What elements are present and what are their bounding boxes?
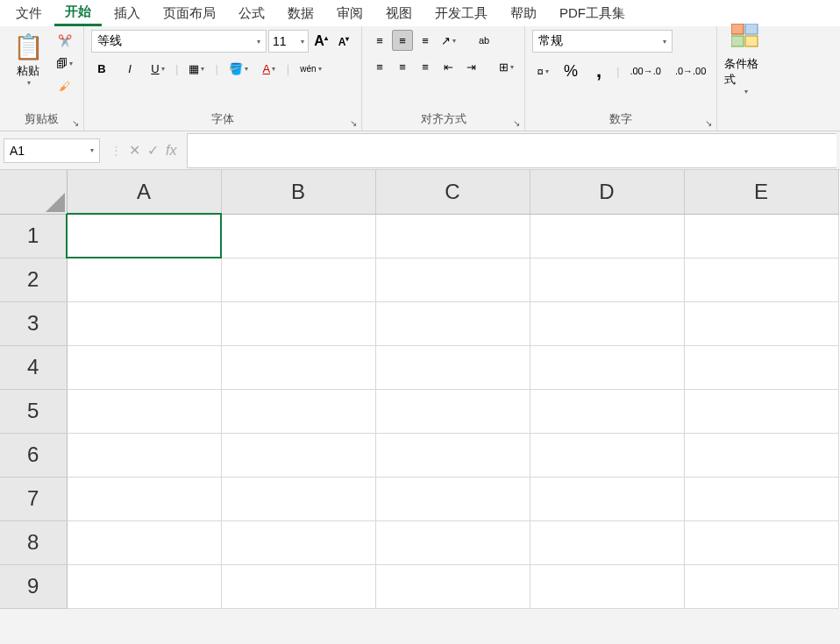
row-header[interactable]: 9	[0, 564, 67, 608]
col-header[interactable]: E	[684, 170, 838, 214]
cell[interactable]	[684, 345, 838, 389]
row-header[interactable]: 8	[0, 520, 67, 564]
cell[interactable]	[684, 389, 838, 433]
cell[interactable]	[530, 345, 684, 389]
formula-input[interactable]	[187, 133, 836, 168]
cell[interactable]	[530, 477, 684, 520]
tab-developer[interactable]: 开发工具	[424, 2, 498, 25]
cell[interactable]	[530, 258, 684, 301]
format-painter-button[interactable]: 🖌	[54, 75, 75, 96]
tab-file[interactable]: 文件	[5, 2, 53, 25]
cell[interactable]	[684, 433, 838, 477]
cell[interactable]	[375, 520, 530, 564]
comma-button[interactable]: ,	[588, 58, 609, 84]
merge-button[interactable]: ⊞▾	[495, 56, 517, 77]
indent-increase-button[interactable]: ⇥	[460, 56, 481, 77]
number-launcher[interactable]: ↘	[702, 117, 715, 129]
cell[interactable]	[67, 520, 221, 564]
cell[interactable]	[684, 214, 838, 258]
font-launcher[interactable]: ↘	[347, 117, 359, 129]
cell[interactable]	[684, 258, 838, 301]
tab-pdf[interactable]: PDF工具集	[549, 2, 636, 25]
cell[interactable]	[67, 433, 221, 477]
increase-decimal-button[interactable]: .00→.0	[626, 60, 664, 81]
cell[interactable]	[530, 301, 684, 345]
clipboard-launcher[interactable]: ↘	[69, 117, 82, 129]
copy-button[interactable]: 🗐▾	[53, 53, 76, 74]
align-left-button[interactable]: ≡	[369, 56, 390, 77]
bold-button[interactable]: B	[91, 58, 112, 79]
percent-button[interactable]: %	[560, 60, 581, 82]
cell[interactable]	[221, 564, 375, 608]
align-middle-button[interactable]: ≡	[392, 30, 413, 51]
align-top-button[interactable]: ≡	[369, 30, 390, 51]
align-right-button[interactable]: ≡	[415, 56, 436, 77]
paste-button[interactable]: 📋 粘贴 ▾	[7, 30, 49, 89]
underline-button[interactable]: U▾	[147, 58, 168, 79]
row-header[interactable]: 6	[0, 433, 67, 477]
alignment-launcher[interactable]: ↘	[510, 117, 523, 129]
cancel-button[interactable]: ✕	[129, 142, 140, 159]
tab-pagelayout[interactable]: 页面布局	[153, 2, 226, 25]
select-all-corner[interactable]	[0, 170, 67, 214]
tab-formulas[interactable]: 公式	[228, 2, 275, 25]
decrease-decimal-button[interactable]: .0→.00	[672, 60, 709, 81]
font-name-select[interactable]: 等线 ▾	[91, 30, 267, 53]
cell[interactable]	[67, 477, 221, 520]
confirm-button[interactable]: ✓	[147, 142, 159, 159]
name-box[interactable]: A1 ▾	[4, 138, 100, 163]
cell[interactable]	[684, 564, 838, 608]
orientation-button[interactable]: ↗▾	[438, 30, 459, 51]
border-button[interactable]: ▦▾	[185, 58, 208, 79]
cell[interactable]	[375, 477, 530, 520]
row-header[interactable]: 4	[0, 345, 67, 389]
cut-button[interactable]: ✂️	[54, 30, 75, 51]
tab-help[interactable]: 帮助	[500, 2, 547, 25]
cell[interactable]	[530, 564, 684, 608]
tab-insert[interactable]: 插入	[103, 2, 151, 25]
indent-decrease-button[interactable]: ⇤	[438, 56, 459, 77]
cell[interactable]	[375, 301, 530, 345]
row-header[interactable]: 7	[0, 477, 67, 520]
cell[interactable]	[221, 520, 375, 564]
col-header[interactable]: B	[221, 170, 375, 214]
shrink-font-button[interactable]: A▾	[333, 31, 354, 52]
col-header[interactable]: A	[67, 170, 221, 214]
cell[interactable]	[221, 433, 375, 477]
italic-button[interactable]: I	[119, 58, 140, 79]
cell[interactable]	[684, 301, 838, 345]
row-header[interactable]: 3	[0, 301, 67, 345]
row-header[interactable]: 5	[0, 389, 67, 433]
cell[interactable]	[221, 345, 375, 389]
cell[interactable]	[67, 301, 221, 345]
currency-button[interactable]: ¤▾	[532, 60, 553, 81]
cell[interactable]	[375, 258, 530, 301]
number-format-select[interactable]: 常规 ▾	[532, 30, 673, 53]
cell[interactable]	[375, 214, 530, 258]
pinyin-button[interactable]: wén▾	[296, 58, 324, 79]
align-bottom-button[interactable]: ≡	[415, 30, 436, 51]
cell[interactable]	[67, 345, 221, 389]
cell[interactable]	[67, 564, 221, 608]
fill-color-button[interactable]: 🪣▾	[225, 58, 252, 79]
cell[interactable]	[530, 389, 684, 433]
cell[interactable]	[684, 520, 838, 564]
cell[interactable]	[375, 345, 530, 389]
cell[interactable]	[221, 258, 375, 301]
row-header[interactable]: 2	[0, 258, 67, 301]
cell[interactable]	[67, 389, 221, 433]
cell[interactable]	[530, 214, 684, 258]
font-color-button[interactable]: A▾	[259, 58, 280, 79]
cell[interactable]	[67, 258, 221, 301]
cell[interactable]	[221, 477, 375, 520]
cell[interactable]	[67, 214, 221, 258]
cell[interactable]	[221, 214, 375, 258]
grow-font-button[interactable]: A▴	[310, 31, 331, 52]
font-size-select[interactable]: 11 ▾	[268, 30, 309, 53]
cell[interactable]	[530, 433, 684, 477]
cell[interactable]	[530, 520, 684, 564]
align-center-button[interactable]: ≡	[392, 56, 413, 77]
cell[interactable]	[221, 389, 375, 433]
col-header[interactable]: D	[530, 170, 684, 214]
cell[interactable]	[221, 301, 375, 345]
